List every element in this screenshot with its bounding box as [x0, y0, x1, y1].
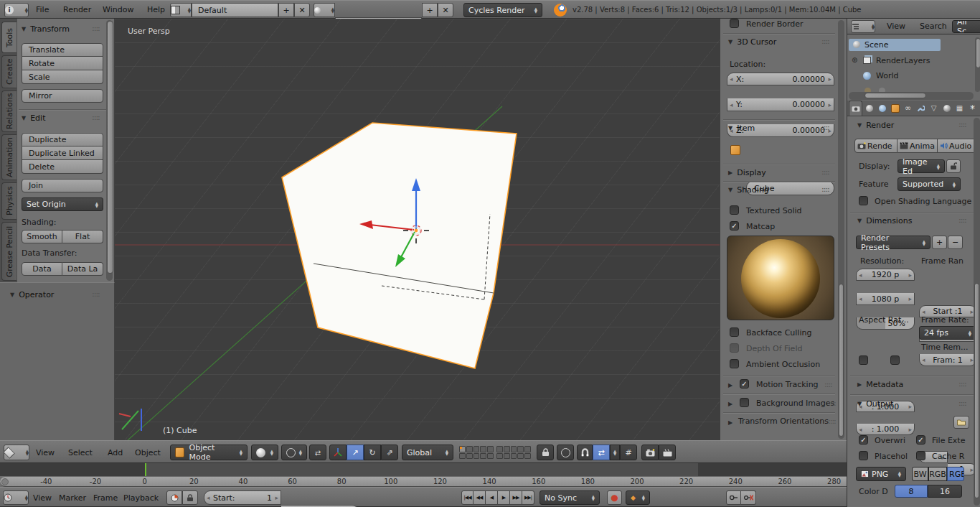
shelf-tab-animation[interactable]: Animation — [1, 134, 17, 180]
data-transfer-button[interactable]: Data — [22, 262, 62, 276]
editor-type-info-button[interactable]: i — [4, 3, 29, 17]
manipulator-rotate-button[interactable]: ↻ — [364, 445, 381, 460]
layer-cell[interactable] — [466, 453, 473, 460]
mirror-button[interactable]: Mirror — [22, 89, 103, 103]
shelf-tab-tools[interactable]: Tools — [1, 22, 17, 53]
scrollbar-endcap[interactable] — [1, 478, 9, 485]
manipulator-translate-button[interactable]: ↗ — [347, 445, 364, 460]
tab-particles[interactable]: * — [966, 102, 979, 115]
panel-drag-dots[interactable]: :::: — [828, 399, 836, 408]
scrollbar-thumb[interactable] — [864, 93, 926, 98]
tab-object[interactable] — [889, 102, 901, 115]
tab-modifiers[interactable] — [915, 102, 927, 115]
delete-button[interactable]: Delete — [22, 160, 103, 174]
translate-button[interactable]: Translate — [22, 43, 103, 57]
render-opengl-anim-button[interactable] — [659, 445, 676, 460]
panel-header-shading[interactable]: ▼ Shading — [728, 185, 769, 195]
render-opengl-button[interactable] — [641, 445, 659, 460]
layer-cell[interactable] — [517, 446, 524, 452]
ambient-occlusion-checkbox[interactable] — [730, 359, 739, 368]
play-reverse-button[interactable]: ◀ — [486, 490, 498, 505]
cube-object[interactable] — [282, 123, 517, 368]
tab-scene[interactable] — [863, 102, 875, 115]
next-keyframe-button[interactable]: ▶▶ — [510, 490, 522, 505]
outliner-item-world[interactable]: World — [876, 71, 899, 80]
lock-frame-range-button[interactable] — [182, 490, 198, 505]
layer-cell[interactable] — [480, 446, 486, 452]
panel-drag-dots[interactable]: :::: — [821, 167, 829, 177]
panel-closed-icon[interactable]: ▶ — [728, 401, 732, 407]
shelf-tab-create[interactable]: Create — [1, 55, 17, 88]
layer-cell[interactable] — [517, 453, 524, 460]
feature-set-dropdown[interactable]: Supported — [897, 177, 961, 191]
current-frame-line[interactable] — [145, 463, 146, 476]
color-mode-rgb-button[interactable]: RGB — [928, 467, 947, 481]
join-button[interactable]: Join — [22, 179, 103, 192]
rotate-button[interactable]: Rotate — [22, 57, 103, 70]
layer-cell[interactable] — [480, 453, 486, 460]
menu-window[interactable]: Window — [103, 5, 133, 14]
snap-element-stepper[interactable] — [610, 445, 620, 460]
snap-toggle-button[interactable] — [577, 445, 593, 460]
render-engine-dropdown[interactable]: Cycles Render — [463, 3, 542, 17]
file-extensions-checkbox[interactable]: ✓ — [916, 435, 925, 445]
panel-header-output[interactable]: ▼ Output — [857, 399, 893, 409]
insert-keyframe-button[interactable] — [726, 490, 741, 505]
overwrite-checkbox[interactable]: ✓ — [859, 435, 868, 445]
timeline-track[interactable] — [0, 463, 847, 476]
osl-checkbox[interactable] — [859, 196, 868, 205]
panel-drag-dots[interactable]: :::: — [958, 215, 966, 225]
panel-header-edit[interactable]: ▼ Edit — [22, 113, 45, 123]
scene-add-button[interactable]: + — [422, 3, 438, 17]
matcap-checkbox[interactable]: ✓ — [730, 221, 739, 231]
menu-select[interactable]: Select — [68, 448, 93, 457]
aspect-y-field[interactable]: : 1.000 — [856, 424, 915, 435]
proportional-edit-button[interactable] — [557, 445, 574, 460]
outliner-v-scrollbar[interactable] — [975, 37, 980, 92]
panel-header-dimensions[interactable]: ▼ Dimensions — [857, 216, 912, 225]
panel-drag-dots[interactable]: :::: — [958, 399, 966, 408]
matcap-preview[interactable] — [727, 236, 834, 320]
tab-object-data[interactable]: ▽ — [928, 102, 940, 115]
duplicate-button[interactable]: Duplicate — [22, 133, 103, 146]
snap-target-button[interactable]: # — [620, 445, 637, 460]
cache-result-checkbox[interactable] — [916, 451, 925, 460]
panel-header-render[interactable]: ▼ Render — [857, 121, 894, 130]
render-presets-dropdown[interactable]: Render Presets — [856, 236, 930, 249]
resolution-x-field[interactable]: 1920 p — [856, 269, 915, 281]
panel-header-3d-cursor[interactable]: ▼ 3D Cursor — [728, 37, 776, 47]
tab-texture[interactable]: ▦ — [953, 102, 966, 115]
placeholders-checkbox[interactable] — [859, 451, 868, 460]
render-still-button[interactable]: Rende — [854, 139, 897, 153]
layer-cell[interactable] — [487, 453, 494, 460]
manipulator-scale-button[interactable]: ⇗ — [381, 445, 398, 460]
render-border-checkbox[interactable] — [730, 19, 739, 28]
menu-add[interactable]: Add — [108, 448, 123, 457]
layer-cell[interactable] — [473, 453, 480, 460]
layer-grid-1[interactable] — [459, 446, 494, 459]
textured-solid-checkbox[interactable] — [730, 205, 739, 215]
shelf-tab-relations[interactable]: Relations — [1, 90, 17, 132]
auto-keyframe-record-button[interactable]: ● — [607, 490, 622, 505]
panel-drag-dots[interactable]: :::: — [828, 417, 836, 426]
menu-marker[interactable]: Marker — [59, 493, 86, 503]
viewport-shading-dropdown[interactable] — [251, 445, 278, 460]
frame-rate-dropdown[interactable]: 24 fps — [919, 326, 976, 340]
panel-drag-dots[interactable]: :::: — [821, 37, 829, 46]
scale-button[interactable]: Scale — [22, 70, 103, 84]
panel-drag-dots[interactable]: :::: — [92, 113, 100, 122]
screen-layout-name-field[interactable]: Default — [192, 3, 278, 17]
render-audio-button[interactable]: Audio — [938, 139, 978, 153]
outliner-h-scrollbar[interactable] — [849, 92, 974, 100]
frame-step-field[interactable]: Fram: 1 — [919, 354, 976, 366]
use-preview-range-button[interactable] — [166, 490, 182, 505]
preset-add-button[interactable]: + — [932, 236, 947, 249]
manipulator-toggle-button[interactable]: ⇄ — [309, 445, 326, 460]
panel-closed-icon[interactable]: ▶ — [728, 382, 732, 389]
play-button[interactable]: ▶ — [498, 490, 510, 505]
menu-file[interactable]: File — [36, 5, 49, 14]
panel-drag-dots[interactable]: :::: — [92, 289, 100, 299]
layer-cell[interactable] — [496, 446, 503, 452]
panel-drag-dots[interactable]: :::: — [958, 120, 966, 129]
layer-cell[interactable] — [487, 446, 494, 452]
